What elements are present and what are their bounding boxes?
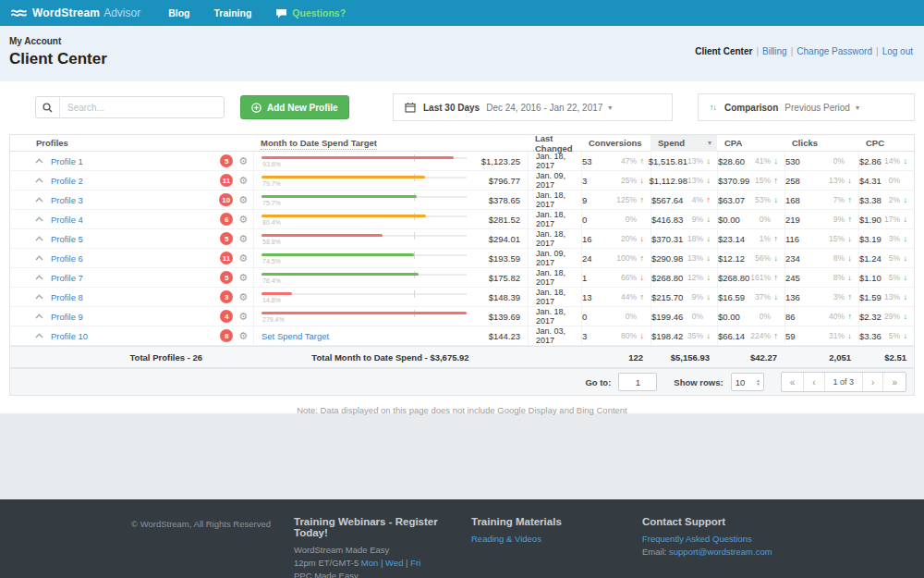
gear-icon[interactable]: ⚙ <box>238 176 248 186</box>
spend-target-value: $144.23 <box>329 331 528 341</box>
webinar-day-link[interactable]: Wed <box>385 558 403 568</box>
pager-first-button[interactable]: « <box>782 373 804 391</box>
webinar-day-link[interactable]: Mon <box>361 558 378 568</box>
collapse-chevron-icon[interactable] <box>35 275 43 280</box>
header-conversions[interactable]: Conversions <box>581 138 650 148</box>
profile-link[interactable]: Profile 2 <box>51 176 83 186</box>
profile-link[interactable]: Profile 1 <box>51 156 83 166</box>
add-new-profile-button[interactable]: Add New Profile <box>240 95 349 119</box>
spend-progress-bar: 74.5% <box>261 251 467 265</box>
spend-bar-fill <box>261 253 414 256</box>
collapse-chevron-icon[interactable] <box>35 294 43 300</box>
alert-count-badge[interactable]: 5 <box>220 154 233 167</box>
profile-link[interactable]: Profile 5 <box>51 234 83 244</box>
spend-pct-label: 79.7% <box>262 180 281 187</box>
search-input[interactable] <box>60 97 224 117</box>
profile-link[interactable]: Profile 7 <box>51 273 83 283</box>
goto-page-input[interactable] <box>618 373 657 391</box>
gear-icon[interactable]: ⚙ <box>238 312 248 322</box>
faq-link[interactable]: Frequently Asked Questions <box>642 534 752 544</box>
gear-icon[interactable]: ⚙ <box>238 331 248 341</box>
gear-icon[interactable]: ⚙ <box>238 215 248 225</box>
pager-last-button[interactable]: » <box>882 373 906 391</box>
support-email-link[interactable]: support@wordstream.com <box>669 547 772 557</box>
gear-icon[interactable]: ⚙ <box>238 195 248 205</box>
gear-icon[interactable]: ⚙ <box>238 253 248 264</box>
header-clicks[interactable]: Clicks <box>784 138 858 148</box>
header-cpa[interactable]: CPA <box>717 138 784 148</box>
account-link-logout[interactable]: Log out <box>882 46 913 56</box>
gear-icon[interactable]: ⚙ <box>238 273 248 283</box>
alert-count-badge[interactable]: 11 <box>220 252 233 264</box>
clicks-cell: 2199%↑ <box>784 210 858 228</box>
profile-link[interactable]: Profile 10 <box>51 331 88 341</box>
spend-target-cell: 80.4% $281.52 <box>253 210 528 228</box>
header-spend-target[interactable]: Month to Date Spend Target <box>253 138 528 148</box>
chevron-down-icon: ▾ <box>856 104 859 112</box>
collapse-chevron-icon[interactable] <box>35 255 43 261</box>
account-link-client-center[interactable]: Client Center <box>695 46 752 56</box>
comparison-control[interactable]: ↑↓ Comparison Previous Period ▾ <box>698 93 915 121</box>
spend-target-cell: 279.4% $139.69 <box>253 307 528 326</box>
profile-link[interactable]: Profile 3 <box>51 195 83 205</box>
alert-count-badge[interactable]: 3 <box>220 290 233 303</box>
clicks-cell: 5931%↓ <box>784 326 858 345</box>
spend-cell: $1,112.9813%↓ <box>650 171 717 190</box>
total-cpc: $2.51 <box>858 352 914 363</box>
date-range-control[interactable]: Last 30 Days Dec 24, 2016 - Jan 22, 2017… <box>393 93 673 121</box>
pager-next-button[interactable]: › <box>862 373 882 391</box>
clicks-cell: 5300% <box>784 152 858 170</box>
pager-prev-button[interactable]: ‹ <box>803 373 823 391</box>
header-last-changed[interactable]: Last Changed <box>528 133 581 154</box>
conversions-cell: 00% <box>581 307 650 326</box>
cpc-cell: $3.382%↓ <box>858 191 914 209</box>
header-profiles[interactable]: Profiles <box>10 138 253 148</box>
footer-materials: Training Materials Reading & Videos <box>471 516 642 578</box>
alert-count-badge[interactable]: 5 <box>220 271 233 284</box>
nav-questions-link[interactable]: Questions? <box>275 7 346 18</box>
spend-cell: $215.709%↓ <box>650 288 717 306</box>
account-link-change-password[interactable]: Change Password <box>796 46 872 56</box>
alert-count-badge[interactable]: 8 <box>220 329 233 342</box>
spend-cell: $268.8012%↓ <box>650 268 717 287</box>
alert-count-badge[interactable]: 10 <box>219 193 233 206</box>
total-profiles: Total Profiles - 26 <box>10 352 253 363</box>
collapse-chevron-icon[interactable] <box>35 216 43 222</box>
conversions-cell: 380%↓ <box>581 326 650 345</box>
cpc-cell: $3.365%↓ <box>858 326 914 345</box>
clicks-cell: 8640%↑ <box>784 307 858 326</box>
footer: © WordStream, All Rights Reserved Traini… <box>0 499 924 578</box>
collapse-chevron-icon[interactable] <box>35 178 43 183</box>
profiles-table: Profiles Month to Date Spend Target Last… <box>9 134 915 368</box>
gear-icon[interactable]: ⚙ <box>238 292 248 302</box>
alert-count-badge[interactable]: 11 <box>220 174 233 187</box>
comparison-label: Comparison <box>724 103 778 113</box>
profile-link[interactable]: Profile 6 <box>51 253 83 264</box>
alert-count-badge[interactable]: 4 <box>220 310 233 323</box>
reading-videos-link[interactable]: Reading & Videos <box>471 534 541 544</box>
spend-target-value: $294.01 <box>467 234 528 244</box>
profile-link[interactable]: Profile 8 <box>51 292 83 302</box>
collapse-chevron-icon[interactable] <box>35 314 43 319</box>
collapse-chevron-icon[interactable] <box>35 236 43 241</box>
collapse-chevron-icon[interactable] <box>35 333 43 338</box>
gear-icon[interactable]: ⚙ <box>238 234 248 244</box>
show-rows-select[interactable]: 10 ▴▾ <box>731 373 764 391</box>
nav-training-link[interactable]: Training <box>213 7 251 18</box>
header-cpc[interactable]: CPC <box>858 138 914 148</box>
last-changed-cell: Jan. 18, 2017 <box>528 229 581 248</box>
alert-count-badge[interactable]: 5 <box>220 232 233 245</box>
account-link-billing[interactable]: Billing <box>762 46 787 56</box>
collapse-chevron-icon[interactable] <box>35 158 43 164</box>
speech-bubble-icon <box>275 8 287 18</box>
header-spend[interactable]: Spend▾ <box>650 135 717 152</box>
cpa-cell: $370.9915%↑ <box>717 171 784 190</box>
alert-count-badge[interactable]: 6 <box>220 213 233 226</box>
collapse-chevron-icon[interactable] <box>35 197 43 203</box>
gear-icon[interactable]: ⚙ <box>238 156 248 166</box>
profile-link[interactable]: Profile 4 <box>51 215 83 225</box>
set-spend-target-link[interactable]: Set Spend Target <box>261 331 329 341</box>
nav-blog-link[interactable]: Blog <box>168 7 189 18</box>
profile-link[interactable]: Profile 9 <box>51 312 83 322</box>
webinar-day-link[interactable]: Fri <box>410 558 420 568</box>
